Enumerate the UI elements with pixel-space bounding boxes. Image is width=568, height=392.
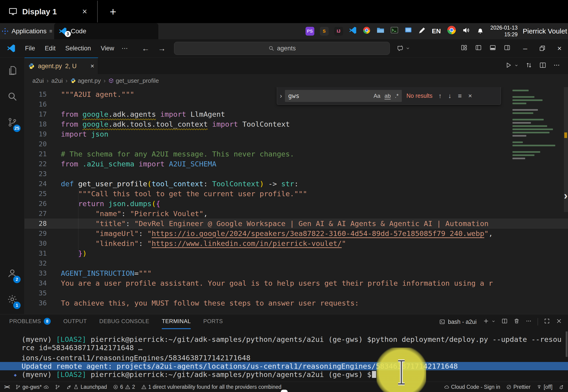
panel-tab-ports[interactable]: PORTS xyxy=(203,314,223,329)
panel-tab-terminal[interactable]: TERMINAL xyxy=(162,314,191,329)
close-window-button[interactable]: × xyxy=(551,39,568,57)
restore-button[interactable] xyxy=(534,39,551,57)
panel-tab-output[interactable]: OUTPUT xyxy=(63,314,87,329)
code-line-21[interactable]: 21# The schema for any A2UI message. Thi… xyxy=(25,149,568,159)
tray-volume[interactable] xyxy=(462,26,471,37)
nav-back-button[interactable]: ← xyxy=(142,44,149,53)
panel-more-button[interactable] xyxy=(526,318,532,326)
tray-phpstorm[interactable]: PS xyxy=(306,27,314,36)
tray-sublime[interactable]: S xyxy=(320,27,329,36)
panel-add-button[interactable] xyxy=(483,318,489,326)
minimap[interactable] xyxy=(510,88,563,168)
find-find-in-selection-button[interactable]: ≡ xyxy=(458,92,462,100)
terminal-output[interactable]: (myenv) [LOAS2] pierrick@pierrick:~/git/… xyxy=(0,329,568,382)
code-line-34[interactable]: 34You are a user profile assistant. Your… xyxy=(25,278,568,288)
find-close-find-button[interactable]: × xyxy=(468,92,472,100)
code-line-27[interactable]: 27 "name": "Pierrick Voulet", xyxy=(25,209,568,219)
activity-explorer[interactable] xyxy=(0,57,24,84)
code-line-32[interactable]: 32 xyxy=(25,258,568,268)
code-line-19[interactable]: 19import json xyxy=(25,129,568,139)
status-remote-indicator[interactable]: >< xyxy=(4,384,9,390)
tab-agent-py[interactable]: agent.py 2, U × xyxy=(25,57,98,74)
code-line-26[interactable]: 26 return json.dumps({ xyxy=(25,199,568,209)
breadcrumb-a2ui[interactable]: a2ui xyxy=(32,77,44,84)
status-prettier[interactable]: Prettier xyxy=(506,384,531,390)
applications-menu[interactable]: Applications ≡ xyxy=(0,28,54,35)
breadcrumb-get-user-profile[interactable]: get_user_profile xyxy=(108,77,159,84)
panel-close-x-button[interactable] xyxy=(556,318,562,326)
terminal-line[interactable]: rce id=5834638717142171648 … xyxy=(0,343,568,352)
tray-stylus[interactable] xyxy=(418,26,426,37)
code-line-35[interactable]: 35 xyxy=(25,288,568,298)
terminal-line[interactable]: (myenv) [LOAS2] pierrick@pierrick:~/git/… xyxy=(0,335,568,343)
sidebar-right-button[interactable] xyxy=(504,44,511,53)
terminal-line-highlighted[interactable]: Updated remote agent: projects/a2ui-agen… xyxy=(0,362,568,370)
display-tab[interactable]: Display 1 × xyxy=(0,7,94,16)
taskbar-code-button[interactable]: 3 Code xyxy=(54,23,158,39)
tray-notifications-tray[interactable] xyxy=(476,26,484,37)
status-cloud-code[interactable]: Cloud Code - Sign in xyxy=(444,384,500,390)
clock[interactable]: 2026-01-13 15:29 xyxy=(491,25,518,38)
tray-chromium[interactable] xyxy=(447,25,457,37)
panel-trash-button[interactable] xyxy=(514,318,520,326)
find-collapse-chevron-icon[interactable]: › xyxy=(277,92,285,100)
menu-edit[interactable]: Edit xyxy=(41,43,60,53)
find-whole-word-toggle[interactable]: ab xyxy=(385,93,391,99)
menu-file[interactable]: File xyxy=(21,43,39,53)
nav-forward-button[interactable]: → xyxy=(158,44,166,53)
panel-bottom-button[interactable] xyxy=(489,44,496,53)
new-display-tab-button[interactable]: + xyxy=(98,5,128,18)
menu-more-button[interactable]: ⋯ xyxy=(118,45,132,52)
panel-tab-problems[interactable]: PROBLEMS8 xyxy=(9,314,51,329)
code-line-31[interactable]: 31 }) xyxy=(25,249,568,258)
minimize-button[interactable]: – xyxy=(517,39,534,57)
activity-source-control[interactable]: 25 xyxy=(0,109,24,135)
command-center-search[interactable]: agents xyxy=(174,42,390,55)
code-line-22[interactable]: 22from .a2ui_schema import A2UI_SCHEMA xyxy=(25,159,568,169)
status-problems-summary[interactable]: 62 xyxy=(113,384,135,390)
code-line-17[interactable]: 17from google.adk.agents import LlmAgent xyxy=(25,109,568,119)
find-next-match-button[interactable]: ↓ xyxy=(448,92,452,100)
terminal-line[interactable]: ◆(myenv) [LOAS2] pierrick@pierrick:~/git… xyxy=(0,370,568,378)
more-actions-button[interactable] xyxy=(553,62,560,70)
layout-grid-button[interactable] xyxy=(461,44,467,53)
status-compare-changes[interactable] xyxy=(55,384,60,390)
tray-chrome[interactable] xyxy=(362,26,371,37)
code-line-29[interactable]: 29 "imageUrl": "https://io.google/2024/s… xyxy=(25,229,568,238)
tab-close-icon[interactable]: × xyxy=(90,62,94,70)
status-git-branch-status[interactable]: ge-gws* xyxy=(15,384,49,390)
copilot-button[interactable] xyxy=(397,45,410,52)
tray-file-manager[interactable] xyxy=(376,26,385,37)
code-line-23[interactable]: 23 xyxy=(25,169,568,179)
run-python-button[interactable] xyxy=(505,62,512,70)
code-line-33[interactable]: 33AGENT_INSTRUCTION=""" xyxy=(25,268,568,278)
activity-search[interactable] xyxy=(0,84,24,109)
breadcrumb-agent-py[interactable]: agent.py xyxy=(70,77,101,84)
split-editor-button[interactable] xyxy=(539,62,546,70)
activity-settings[interactable]: 1 xyxy=(0,286,24,312)
tray-vscode[interactable] xyxy=(349,26,357,37)
code-line-18[interactable]: 18from google.adk.tools.tool_context imp… xyxy=(25,119,568,129)
code-line-20[interactable]: 20 xyxy=(25,139,568,149)
find-match-case-toggle[interactable]: Aa xyxy=(374,93,380,99)
status-screencast-mode[interactable]: [off] xyxy=(537,384,553,390)
panel-split-editor-button[interactable] xyxy=(502,318,508,326)
terminal-line[interactable]: ions/us-central1/reasoningEngines/583463… xyxy=(0,354,568,362)
code-line-36[interactable]: 36To achieve this, you MUST follow these… xyxy=(25,298,568,308)
status-notifications[interactable] xyxy=(558,384,564,390)
code-line-28[interactable]: 28 "title": "DevRel Engineer @ Google Wo… xyxy=(25,219,568,229)
tray-keyboard-layout[interactable]: EN xyxy=(432,28,441,35)
open-changes-button[interactable] xyxy=(525,62,532,70)
tray-terminal-app[interactable] xyxy=(390,26,399,37)
code-line-24[interactable]: 24def get_user_profile(tool_context: Too… xyxy=(25,179,568,189)
breadcrumb-a2ui[interactable]: a2ui xyxy=(51,77,63,84)
display-tab-close-icon[interactable]: × xyxy=(75,7,94,16)
panel-tab-debug-console[interactable]: DEBUG CONSOLE xyxy=(99,314,149,329)
run-options-chevron[interactable] xyxy=(514,63,519,69)
terminal-profile-chevron[interactable] xyxy=(491,319,495,324)
find-input[interactable]: gws Aaab.* xyxy=(285,90,402,102)
terminal-instance[interactable]: bash - a2ui xyxy=(439,319,477,325)
find-previous-match-button[interactable]: ↑ xyxy=(439,92,442,100)
status-vulnerability[interactable]: 1 direct vulnerability found for all the… xyxy=(141,384,282,390)
menu-view[interactable]: View xyxy=(97,43,118,53)
